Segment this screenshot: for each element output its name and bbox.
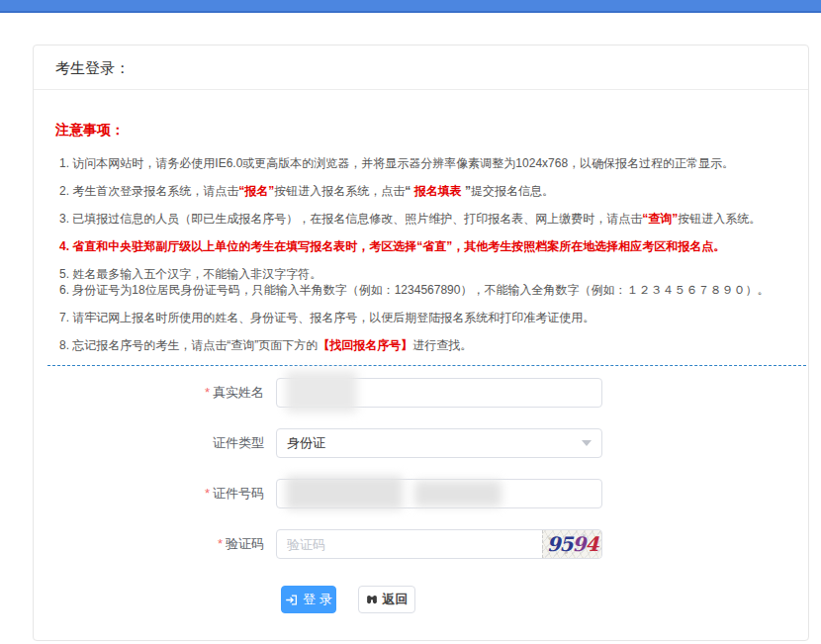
top-blue-bar (0, 0, 821, 13)
login-button[interactable]: 登 录 (281, 586, 336, 613)
notice-item: 2. 考生首次登录报名系统，请点击“报名”按钮进入报名系统，点击“ 报名填表 ”… (59, 183, 788, 199)
back-button[interactable]: 返回 (358, 586, 415, 613)
notice-item: 5. 姓名最多输入五个汉字，不能输入非汉字字符。 (59, 266, 788, 282)
captcha-digit: 5 (560, 534, 573, 554)
id-number-input[interactable] (276, 479, 602, 508)
notice-list: 1. 访问本网站时，请务必使用IE6.0或更高版本的浏览器，并将显示器分辨率像素… (59, 155, 788, 353)
captcha-row: *验证码 9594 (34, 529, 808, 559)
login-card: 考生登录： 注意事项： 1. 访问本网站时，请务必使用IE6.0或更高版本的浏览… (33, 45, 809, 641)
id-type-select[interactable]: 身份证 (276, 428, 602, 458)
captcha-digit: 4 (585, 534, 597, 554)
real-name-label: *真实姓名 (34, 384, 276, 402)
required-mark: * (205, 486, 210, 501)
notice-item: 1. 访问本网站时，请务必使用IE6.0或更高版本的浏览器，并将显示器分辨率像素… (59, 155, 788, 171)
real-name-input[interactable] (276, 378, 602, 408)
id-number-row: *证件号码 (34, 479, 808, 508)
captcha-label: *验证码 (34, 535, 276, 553)
id-type-row: 证件类型 身份证 (34, 428, 808, 458)
required-mark: * (218, 536, 223, 551)
captcha-digit: 9 (573, 534, 586, 554)
id-type-selected-value: 身份证 (287, 434, 582, 452)
chevron-down-icon (582, 440, 592, 446)
dashed-separator (47, 365, 806, 366)
card-title: 考生登录： (34, 46, 808, 90)
login-icon (285, 594, 298, 606)
notice-item: 4. 省直和中央驻郑副厅级以上单位的考生在填写报名表时，考区选择“省直”，其他考… (59, 238, 788, 254)
captcha-image[interactable]: 9594 (542, 530, 601, 558)
notice-item: 3. 已填报过信息的人员（即已生成报名序号），在报名信息修改、照片维护、打印报名… (59, 211, 788, 227)
notice-title: 注意事项： (55, 122, 788, 139)
required-mark: * (205, 385, 210, 400)
notice-section: 注意事项： 1. 访问本网站时，请务必使用IE6.0或更高版本的浏览器，并将显示… (34, 90, 808, 353)
id-number-label: *证件号码 (34, 485, 276, 503)
binoculars-icon (366, 594, 378, 605)
login-form: *真实姓名 证件类型 身份证 *证件号码 (34, 378, 808, 613)
id-type-label: 证件类型 (34, 434, 276, 452)
real-name-row: *真实姓名 (34, 378, 808, 408)
captcha-digit: 9 (547, 534, 560, 554)
notice-item: 8. 忘记报名序号的考生，请点击“查询”页面下方的【找回报名序号】进行查找。 (59, 337, 788, 353)
notice-item: 6. 身份证号为18位居民身份证号码，只能输入半角数字（例如：123456789… (59, 282, 788, 298)
notice-item: 7. 请牢记网上报名时所使用的姓名、身份证号、报名序号，以便后期登陆报名系统和打… (59, 310, 788, 325)
button-row: 登 录 返回 (281, 586, 808, 613)
exam-login-page: 考生登录： 注意事项： 1. 访问本网站时，请务必使用IE6.0或更高版本的浏览… (0, 0, 821, 644)
